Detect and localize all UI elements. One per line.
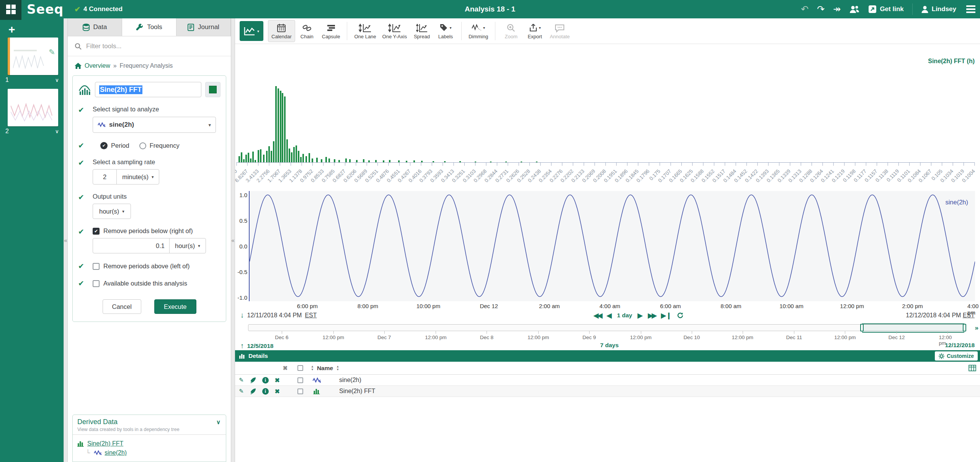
rocket-icon[interactable] [250,388,256,394]
customize-button[interactable]: Customize [935,351,978,361]
arrow-up-icon[interactable]: ↑ [240,342,244,350]
worksheet-2-chevron-down-icon[interactable]: ∨ [55,128,59,134]
arrow-down-icon[interactable]: ↓ [240,311,244,320]
tab-journal[interactable]: Journal [176,18,231,36]
step-back-icon[interactable]: ◀ [607,312,612,320]
fft-chart[interactable]: Sine(2h) FFT (h) 06.82673.41332.27561.70… [235,44,980,189]
color-picker-button[interactable] [205,82,220,97]
filter-tools-input[interactable] [86,42,212,50]
add-worksheet-button[interactable]: + [8,24,64,35]
sine-x-tick: 12:00 pm [840,303,864,309]
redo-icon[interactable]: ↷ [817,5,825,14]
remove-below-unit-select[interactable]: hour(s) ▾ [170,238,206,253]
range-handle-right[interactable] [963,324,966,331]
radio-period[interactable]: ✔ Period [100,142,129,149]
table-row-sine[interactable]: ✎ i ✖ sine(2h) [235,375,980,386]
toolbar-export-button[interactable]: ▾ Export [523,20,547,42]
investigate-end[interactable]: 12/12/2018 [945,342,975,350]
row-name[interactable]: sine(2h) [339,377,361,384]
hamburger-menu-icon[interactable] [965,4,977,15]
connection-status[interactable]: ✔ 4 Connected [74,5,122,14]
toolbar-labels-button[interactable]: ▾ Labels [434,20,457,42]
fft-series-label[interactable]: Sine(2h) FFT (h) [928,58,975,65]
chevron-down-icon[interactable]: ∨ [216,419,220,426]
radio-frequency[interactable]: Frequency [139,142,180,149]
sort-icon[interactable]: ▲▼ [336,365,339,371]
redo-all-icon[interactable]: ↠ [833,5,841,14]
users-icon[interactable] [849,5,860,13]
remove-icon[interactable]: ✖ [275,377,280,384]
info-icon[interactable]: i [262,388,269,395]
table-row-fft[interactable]: ✎ i ✖ Sine(2h) FFT [235,386,980,397]
calendar-icon [277,23,286,33]
sampling-rate-input[interactable]: 2 [93,170,117,184]
select-all-checkbox[interactable] [297,365,303,371]
sampling-unit-select[interactable]: minute(s) ▾ [117,170,159,184]
name-column-header[interactable]: Name [317,365,333,372]
edit-icon[interactable]: ✎ [239,377,244,384]
toolbar-spread-button[interactable]: Spread [410,20,434,42]
toolbar-one-y-axis-button[interactable]: One Y-Axis [379,20,410,42]
edit-icon[interactable]: ✎ [239,388,244,395]
worksheet-1-chevron-down-icon[interactable]: ∨ [55,77,59,83]
app-launcher-button[interactable] [0,0,21,20]
display-range-end-tz[interactable]: EST [963,312,975,318]
available-outside-checkbox[interactable] [93,280,100,287]
tab-data[interactable]: Data [68,18,122,36]
breadcrumb-overview-link[interactable]: Overview [85,62,110,69]
remove-icon[interactable]: ✖ [275,388,280,395]
rocket-icon[interactable] [250,377,256,383]
remove-all-icon[interactable]: ✖ [278,365,292,372]
sine-chart[interactable]: 1.00.50.0-0.5-1.0 sine(2h) 6:00 pm8:00 p… [235,189,980,308]
cancel-button[interactable]: Cancel [103,299,141,314]
row-checkbox[interactable] [297,377,303,383]
user-menu[interactable]: Lindsey [921,5,956,13]
range-slider-track[interactable] [248,324,965,331]
table-columns-icon[interactable] [969,365,976,371]
output-unit-select[interactable]: hour(s) ▾ [93,204,131,219]
display-range-end[interactable]: 12/12/2018 4:04 PM [906,312,961,318]
tab-tools[interactable]: Tools [122,18,176,36]
tools-splitter[interactable]: « [231,18,235,462]
remove-below-checkbox[interactable]: ✔ [93,228,100,235]
get-link-button[interactable]: Get link [868,5,903,13]
trend-view-button[interactable]: ▾ [240,21,263,41]
toolbar-calendar-button[interactable]: Calendar [268,20,295,42]
worksheets-splitter[interactable]: « [64,18,68,462]
investigate-start[interactable]: 12/5/2018 [247,343,274,349]
step-forward-icon[interactable]: ▶ [637,312,642,320]
execute-button[interactable]: Execute [154,299,196,314]
remove-below-input[interactable]: 0.1 [93,238,170,253]
row-checkbox[interactable] [297,389,303,394]
tool-name-input[interactable]: Sine(2h) FFT [95,82,201,97]
toolbar-one-lane-button[interactable]: One Lane [351,20,379,42]
step-back-much-icon[interactable]: ◀◀ [594,312,601,320]
row-name[interactable]: Sine(2h) FFT [339,388,375,395]
range-step-label[interactable]: 1 day [617,312,632,319]
refresh-icon[interactable] [677,312,684,319]
home-icon[interactable] [75,63,82,69]
info-icon[interactable]: i [262,377,269,384]
sine-series-label[interactable]: sine(2h) [945,199,968,206]
remove-above-checkbox[interactable] [93,263,100,270]
derived-sine-link[interactable]: sine(2h) [105,449,127,456]
range-handle-left[interactable] [860,324,864,331]
undo-icon[interactable]: ↶ [801,5,808,14]
investigate-duration[interactable]: 7 days [600,342,619,349]
toolbar-chain-button[interactable]: Chain [295,20,319,42]
display-range-start-tz[interactable]: EST [305,312,317,319]
seeq-logo[interactable]: Seeq [27,2,64,17]
sort-icon[interactable]: ▲▼ [311,365,314,371]
toolbar-dimming-button[interactable]: ▾ Dimming [466,20,491,42]
worksheet-thumbnail-1[interactable]: ✎ [8,38,58,75]
sine-plot-area[interactable]: sine(2h) [249,191,975,301]
derived-fft-link[interactable]: Sine(2h) FFT [87,440,123,447]
step-forward-much-icon[interactable]: ▶▶ [648,312,656,320]
step-to-end-icon[interactable]: ▶❙ [661,312,671,320]
derived-data-header[interactable]: Derived Data View data created by tools … [73,415,226,435]
toolbar-capsule-button[interactable]: Capsule [319,20,343,42]
signal-select[interactable]: sine(2h) ▾ [93,117,216,133]
display-range-start[interactable]: 12/11/2018 4:04 PM [247,312,302,319]
expand-range-icon[interactable]: » [975,324,978,332]
worksheet-thumbnail-2[interactable] [8,89,58,126]
